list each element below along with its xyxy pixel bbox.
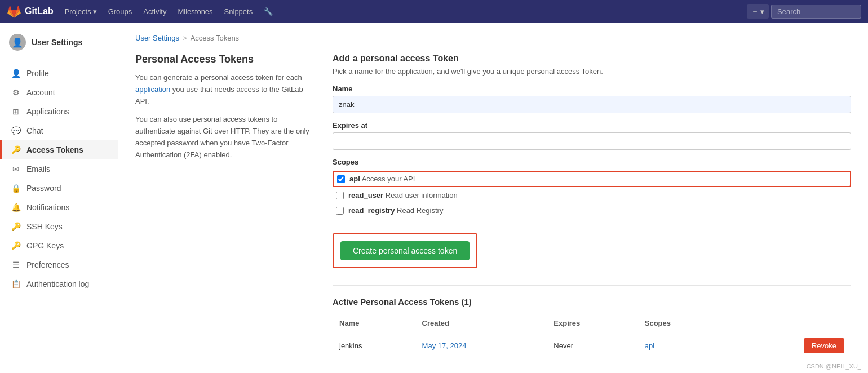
profile-icon: 👤 bbox=[11, 69, 21, 78]
search-input[interactable] bbox=[771, 5, 861, 19]
sidebar-user-header: 👤 User Settings bbox=[0, 28, 118, 60]
form-title: Add a personal access Token bbox=[333, 54, 851, 64]
col-name: Name bbox=[333, 314, 415, 332]
avatar: 👤 bbox=[9, 34, 26, 51]
auth-log-icon: 📋 bbox=[11, 279, 21, 288]
main-content: User Settings > Access Tokens Personal A… bbox=[118, 23, 868, 373]
plus-icon: ＋ bbox=[751, 6, 759, 16]
nav-activity[interactable]: Activity bbox=[139, 7, 171, 16]
create-token-button[interactable]: Create personal access token bbox=[340, 241, 470, 260]
nav-snippets[interactable]: Snippets bbox=[220, 7, 258, 16]
logo-text: GitLab bbox=[25, 6, 54, 16]
sidebar: 👤 User Settings 👤 Profile ⚙ Account ⊞ Ap… bbox=[0, 23, 118, 373]
scope-read-registry-label[interactable]: read_registry Read Registry bbox=[348, 206, 443, 215]
sidebar-item-applications[interactable]: ⊞ Applications bbox=[0, 102, 118, 121]
scope-read-user-name: read_user bbox=[348, 191, 383, 199]
nav-groups[interactable]: Groups bbox=[104, 7, 137, 16]
col-actions bbox=[728, 314, 851, 332]
tokens-table: Name Created Expires Scopes jenkins May … bbox=[333, 314, 851, 359]
tokens-table-body: jenkins May 17, 2024 Never api Revoke bbox=[333, 332, 851, 359]
expires-input[interactable] bbox=[333, 132, 851, 150]
tokens-section-title: Active Personal Access Tokens (1) bbox=[333, 297, 851, 307]
expires-field-group: Expires at bbox=[333, 121, 851, 150]
sidebar-item-ssh-keys[interactable]: 🔑 SSH Keys bbox=[0, 217, 118, 236]
emails-icon: ✉ bbox=[11, 165, 21, 174]
revoke-button[interactable]: Revoke bbox=[804, 338, 844, 353]
gpg-key-icon: 🔑 bbox=[11, 241, 21, 250]
notifications-icon: 🔔 bbox=[11, 203, 21, 212]
access-tokens-icon: 🔑 bbox=[11, 145, 21, 154]
scope-read-user-desc: Read user information bbox=[386, 191, 458, 199]
sidebar-item-label: Notifications bbox=[26, 203, 69, 212]
ssh-key-icon: 🔑 bbox=[11, 222, 21, 231]
page-title: Personal Access Tokens bbox=[135, 54, 316, 65]
breadcrumb-separator: > bbox=[183, 34, 187, 42]
content-grid: Personal Access Tokens You can generate … bbox=[135, 54, 851, 359]
password-icon: 🔒 bbox=[11, 184, 21, 193]
tokens-section: Active Personal Access Tokens (1) Name C… bbox=[333, 285, 851, 359]
tokens-table-head: Name Created Expires Scopes bbox=[333, 314, 851, 332]
scope-read-registry-desc: Read Registry bbox=[397, 206, 443, 215]
sidebar-item-access-tokens[interactable]: 🔑 Access Tokens bbox=[0, 140, 118, 159]
expires-label: Expires at bbox=[333, 121, 851, 130]
scope-read-registry-name: read_registry bbox=[348, 206, 395, 215]
sidebar-item-chat[interactable]: 💬 Chat bbox=[0, 121, 118, 140]
left-panel: Personal Access Tokens You can generate … bbox=[135, 54, 316, 359]
watermark: CSDN @NEIL_XU_ bbox=[807, 363, 861, 370]
scopes-group: Scopes api Access your API read_user Rea… bbox=[333, 158, 851, 217]
scope-read-user-label[interactable]: read_user Read user information bbox=[348, 191, 458, 199]
account-icon: ⚙ bbox=[11, 88, 21, 97]
sidebar-item-gpg-keys[interactable]: 🔑 GPG Keys bbox=[0, 236, 118, 255]
sidebar-item-label: GPG Keys bbox=[26, 241, 64, 250]
chevron-down-icon: ▾ bbox=[93, 7, 97, 16]
sidebar-item-password[interactable]: 🔒 Password bbox=[0, 179, 118, 198]
form-subtitle: Pick a name for the application, and we'… bbox=[333, 67, 851, 76]
topnav: GitLab Projects ▾ Groups Activity Milest… bbox=[0, 0, 868, 23]
chat-icon: 💬 bbox=[11, 126, 21, 135]
name-label: Name bbox=[333, 85, 851, 93]
sidebar-item-notifications[interactable]: 🔔 Notifications bbox=[0, 198, 118, 217]
scope-read-user: read_user Read user information bbox=[333, 188, 851, 202]
scope-read-user-checkbox[interactable] bbox=[336, 192, 344, 199]
preferences-icon: ☰ bbox=[11, 260, 21, 269]
col-created: Created bbox=[415, 314, 547, 332]
logo[interactable]: GitLab bbox=[7, 4, 54, 19]
table-row: jenkins May 17, 2024 Never api Revoke bbox=[333, 332, 851, 359]
avatar-icon: 👤 bbox=[12, 37, 23, 48]
chevron-down-icon: ▾ bbox=[760, 7, 764, 16]
scope-api-checkbox[interactable] bbox=[337, 175, 345, 183]
token-name: jenkins bbox=[333, 332, 415, 359]
token-expires: Never bbox=[547, 332, 637, 359]
description-para2: You can also use personal access tokens … bbox=[135, 114, 316, 161]
applications-icon: ⊞ bbox=[11, 107, 21, 116]
page-layout: 👤 User Settings 👤 Profile ⚙ Account ⊞ Ap… bbox=[0, 23, 868, 373]
token-scopes: api bbox=[638, 332, 728, 359]
sidebar-item-preferences[interactable]: ☰ Preferences bbox=[0, 255, 118, 274]
create-button-box: Create personal access token bbox=[333, 233, 477, 268]
right-panel: Add a personal access Token Pick a name … bbox=[333, 54, 851, 359]
scope-api: api Access your API bbox=[333, 171, 851, 187]
sidebar-item-label: SSH Keys bbox=[26, 222, 63, 231]
name-input[interactable] bbox=[333, 96, 851, 113]
sidebar-item-label: Chat bbox=[26, 126, 43, 135]
sidebar-item-label: Access Tokens bbox=[26, 145, 83, 154]
scopes-label: Scopes bbox=[333, 158, 851, 166]
sidebar-item-auth-log[interactable]: 📋 Authentication log bbox=[0, 274, 118, 294]
sidebar-item-emails[interactable]: ✉ Emails bbox=[0, 159, 118, 179]
sidebar-item-profile[interactable]: 👤 Profile bbox=[0, 64, 118, 83]
breadcrumb: User Settings > Access Tokens bbox=[135, 34, 851, 42]
new-item-button[interactable]: ＋ ▾ bbox=[747, 4, 769, 19]
nav-milestones[interactable]: Milestones bbox=[173, 7, 217, 16]
sidebar-item-label: Password bbox=[26, 184, 61, 193]
col-scopes: Scopes bbox=[638, 314, 728, 332]
sidebar-item-account[interactable]: ⚙ Account bbox=[0, 83, 118, 102]
scope-api-label[interactable]: api Access your API bbox=[349, 175, 415, 183]
breadcrumb-parent[interactable]: User Settings bbox=[135, 34, 179, 42]
nav-projects[interactable]: Projects ▾ bbox=[60, 7, 101, 16]
nav-wrench-icon[interactable]: 🔧 bbox=[259, 7, 277, 16]
sidebar-item-label: Profile bbox=[26, 69, 49, 78]
application-link[interactable]: application bbox=[135, 85, 170, 94]
token-actions: Revoke bbox=[728, 332, 851, 359]
scope-read-registry-checkbox[interactable] bbox=[336, 207, 344, 215]
breadcrumb-current: Access Tokens bbox=[191, 34, 239, 42]
